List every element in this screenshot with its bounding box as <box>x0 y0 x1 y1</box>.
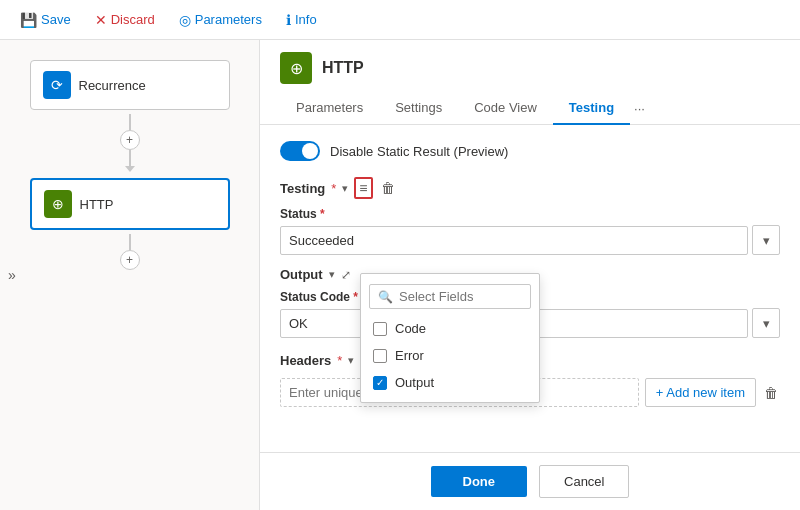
detail-body: Disable Static Result (Preview) Testing … <box>260 125 800 452</box>
tabs-bar: Parameters Settings Code View Testing ··… <box>260 92 800 125</box>
status-dropdown-arrow[interactable]: ▾ <box>752 225 780 255</box>
recurrence-label: Recurrence <box>79 78 146 93</box>
popup-search-box: 🔍 <box>369 284 531 309</box>
output-expand-icon[interactable]: ⤢ <box>341 268 351 282</box>
tab-settings[interactable]: Settings <box>379 92 458 125</box>
expand-panel-icon[interactable]: » <box>8 267 16 283</box>
disable-static-toggle[interactable] <box>280 141 320 161</box>
discard-icon: ✕ <box>95 12 107 28</box>
recurrence-node[interactable]: ⟳ Recurrence <box>30 60 230 110</box>
popup-item-code[interactable]: Code <box>361 315 539 342</box>
checkbox-error[interactable] <box>373 349 387 363</box>
testing-chevron[interactable]: ▾ <box>342 182 348 195</box>
testing-section-row: Testing * ▾ ≡ 🗑 <box>280 177 780 199</box>
headers-required-star: * <box>337 353 342 368</box>
toggle-knob <box>302 143 318 159</box>
done-button[interactable]: Done <box>431 466 528 497</box>
parameters-icon: ◎ <box>179 12 191 28</box>
connector-top: + <box>120 114 140 174</box>
connector-bottom: + <box>120 234 140 270</box>
popup-item-error-label: Error <box>395 348 424 363</box>
detail-header-icon: ⊕ <box>280 52 312 84</box>
testing-trash-icon[interactable]: 🗑 <box>379 178 397 198</box>
popup-item-error[interactable]: Error <box>361 342 539 369</box>
connector-arrow <box>125 166 135 172</box>
detail-footer: Done Cancel <box>260 452 800 510</box>
tab-testing[interactable]: Testing <box>553 92 630 125</box>
tab-more-icon[interactable]: ··· <box>630 93 649 124</box>
toggle-row: Disable Static Result (Preview) <box>280 141 780 161</box>
checkbox-output[interactable]: ✓ <box>373 376 387 390</box>
headers-chevron[interactable]: ▾ <box>348 354 354 367</box>
add-item-button[interactable]: + Add new item <box>645 378 756 407</box>
http-node[interactable]: ⊕ HTTP <box>30 178 230 230</box>
status-code-dropdown-arrow[interactable]: ▾ <box>752 308 780 338</box>
popup-item-code-label: Code <box>395 321 426 336</box>
status-field-group: Status * ▾ <box>280 207 780 255</box>
list-icon-button[interactable]: ≡ <box>354 177 372 199</box>
output-chevron[interactable]: ▾ <box>329 268 335 281</box>
save-button[interactable]: 💾 Save <box>16 10 75 30</box>
popup-item-output[interactable]: ✓ Output <box>361 369 539 396</box>
fields-dropdown-popup: 🔍 Code Error ✓ Output <box>360 273 540 403</box>
status-label: Status * <box>280 207 780 221</box>
add-step-plus-bottom[interactable]: + <box>120 250 140 270</box>
testing-section-label: Testing <box>280 181 325 196</box>
recurrence-icon: ⟳ <box>43 71 71 99</box>
main-content: » ⟳ Recurrence + ⊕ HTTP + ⊕ HTTP <box>0 40 800 510</box>
toolbar: 💾 Save ✕ Discard ◎ Parameters ℹ Info <box>0 0 800 40</box>
headers-label: Headers <box>280 353 331 368</box>
status-dropdown-row: ▾ <box>280 225 780 255</box>
add-item-label: + Add new item <box>656 385 745 400</box>
http-label: HTTP <box>80 197 114 212</box>
toggle-label: Disable Static Result (Preview) <box>330 144 508 159</box>
tab-code-view[interactable]: Code View <box>458 92 553 125</box>
popup-search-icon: 🔍 <box>378 290 393 304</box>
save-icon: 💾 <box>20 12 37 28</box>
connector-line-top <box>129 114 131 130</box>
detail-header: ⊕ HTTP <box>260 40 800 84</box>
cancel-button[interactable]: Cancel <box>539 465 629 498</box>
discard-button[interactable]: ✕ Discard <box>91 10 159 30</box>
info-icon: ℹ <box>286 12 291 28</box>
checkbox-code[interactable] <box>373 322 387 336</box>
add-step-plus-top[interactable]: + <box>120 130 140 150</box>
info-button[interactable]: ℹ Info <box>282 10 321 30</box>
popup-item-output-label: Output <box>395 375 434 390</box>
connector-line-bottom <box>129 234 131 250</box>
canvas-panel: » ⟳ Recurrence + ⊕ HTTP + <box>0 40 260 510</box>
http-icon: ⊕ <box>44 190 72 218</box>
popup-search-input[interactable] <box>399 289 522 304</box>
testing-required-star: * <box>331 181 336 196</box>
output-section-label: Output <box>280 267 323 282</box>
detail-title: HTTP <box>322 59 364 77</box>
add-item-trash-icon[interactable]: 🗑 <box>762 383 780 403</box>
connector-line-mid <box>129 150 131 166</box>
detail-panel: ⊕ HTTP Parameters Settings Code View Tes… <box>260 40 800 510</box>
parameters-button[interactable]: ◎ Parameters <box>175 10 266 30</box>
status-input[interactable] <box>280 226 748 255</box>
tab-parameters[interactable]: Parameters <box>280 92 379 125</box>
